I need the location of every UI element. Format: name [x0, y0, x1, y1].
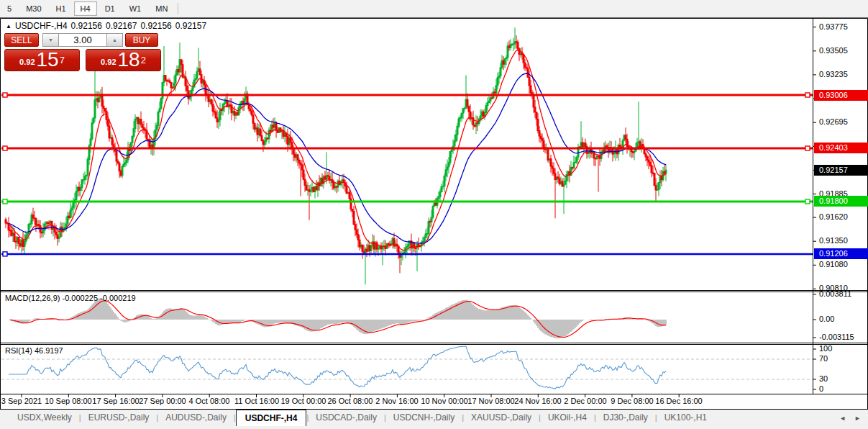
price-badge-0.92403: 0.92403	[814, 143, 868, 153]
price-tick-label: 0.91080	[819, 260, 848, 268]
timeframe-button-h1[interactable]: H1	[50, 1, 73, 16]
rsi-axis-label: 30	[819, 374, 828, 383]
rsi-indicator-label: RSI(14) 46.9197	[5, 346, 63, 355]
price-tick-label: 0.92695	[819, 117, 848, 126]
tab-scroll-right-icon[interactable]: ►	[854, 415, 861, 422]
rsi-line	[9, 346, 666, 389]
volume-increase-button[interactable]: ▲	[106, 33, 123, 47]
bid-pips: 15	[37, 50, 59, 69]
ohlc-open: 0.92156	[71, 21, 102, 31]
macd-axis-label: -0.003115	[819, 333, 854, 341]
line-handle[interactable]	[805, 146, 810, 150]
bid-quote-button[interactable]: 0.92 15 7	[4, 49, 80, 71]
buy-button[interactable]: BUY	[125, 33, 158, 47]
chart-tab-bar: USDX,Weekly|EURUSD-,Daily|AUDUSD-,Daily|…	[0, 410, 868, 429]
line-handle[interactable]	[805, 199, 810, 204]
bid-prefix: 0.92	[19, 55, 35, 69]
line-handle[interactable]	[3, 199, 7, 204]
price-badge-0.92157: 0.92157	[814, 165, 868, 176]
ohlc-low: 0.92156	[140, 21, 171, 31]
ask-pips: 18	[118, 50, 140, 69]
ohlc-close: 0.92157	[175, 21, 206, 31]
price-badge-0.93006: 0.93006	[814, 90, 868, 101]
macd-indicator-label: MACD(12,26,9) -0.000225 -0.000219	[5, 294, 136, 302]
timeframe-toolbar: 5M30H1H4D1W1MN	[0, 0, 868, 18]
chart-tab-usdcnh[interactable]: USDCNH-,Daily	[386, 411, 462, 424]
timeframe-button-mn[interactable]: MN	[149, 1, 174, 16]
chart-tab-usdchf[interactable]: USDCHF-,H4	[236, 410, 307, 426]
chart-title: ▲ USDCHF-,H4 0.92156 0.92167 0.92156 0.9…	[6, 21, 206, 31]
price-badge-0.91206: 0.91206	[814, 248, 868, 259]
chart-tab-dj30[interactable]: DJ30-,Daily	[596, 411, 655, 424]
chart-tab-ukoil[interactable]: UKOil-,H4	[541, 411, 594, 424]
ma-slow-line	[9, 73, 666, 243]
timeframe-button-m30[interactable]: M30	[19, 1, 47, 16]
macd-axis-label: 0.003811	[819, 289, 851, 298]
line-handle[interactable]	[3, 146, 7, 150]
ma-fast-line	[9, 50, 666, 250]
date-label: 16 Dec 16:00	[644, 397, 713, 405]
timeframe-button-h4[interactable]: H4	[74, 1, 97, 16]
rsi-axis-label: 100	[819, 344, 832, 353]
ask-quote-button[interactable]: 0.92 18 2	[86, 49, 161, 71]
chart-tab-eurusd[interactable]: EURUSD-,Daily	[81, 411, 157, 424]
price-tick-label: 0.93775	[819, 22, 848, 31]
price-tick-label: 0.91350	[819, 236, 848, 245]
one-click-trading-panel: SELL ▼ ▲ BUY 0.92 15 7 0.92 18 2	[4, 33, 161, 71]
price-badge-0.91800: 0.91800	[814, 196, 868, 207]
macd-histogram	[9, 298, 666, 338]
macd-axis-label: 0.00	[819, 315, 834, 323]
tab-scroll-left-icon[interactable]: ◄	[839, 415, 846, 422]
price-tick-label: 0.93505	[819, 46, 848, 55]
rsi-axis-label: 0	[819, 384, 823, 393]
line-handle[interactable]	[805, 93, 810, 97]
chart-tab-usdcad[interactable]: USDCAD-,Daily	[309, 411, 384, 424]
bid-point: 7	[60, 50, 65, 71]
line-handle[interactable]	[3, 252, 7, 256]
collapse-panel-icon[interactable]: ▲	[6, 23, 12, 30]
ask-prefix: 0.92	[101, 55, 116, 69]
chart-tab-xauusd[interactable]: XAUUSD-,Daily	[464, 411, 539, 424]
symbol-period-label: USDCHF-,H4	[15, 21, 68, 31]
ask-point: 2	[141, 50, 146, 71]
price-tick-label: 0.93235	[819, 70, 848, 78]
toolbar-separator	[178, 3, 178, 14]
volume-input[interactable]	[59, 33, 106, 47]
timeframe-button-w1[interactable]: W1	[123, 1, 148, 16]
rsi-axis-label: 70	[819, 354, 828, 363]
volume-decrease-button[interactable]: ▼	[42, 33, 59, 47]
price-tick-label: 0.91620	[819, 212, 848, 221]
timeframe-button-d1[interactable]: D1	[99, 1, 122, 16]
line-handle[interactable]	[3, 93, 7, 97]
chart-tab-audusd[interactable]: AUDUSD-,Daily	[158, 411, 234, 424]
chart-tab-uk100[interactable]: UK100-,H1	[657, 411, 714, 424]
sell-button[interactable]: SELL	[4, 33, 39, 47]
ohlc-high: 0.92167	[106, 21, 137, 31]
timeframe-button-5[interactable]: 5	[1, 1, 18, 16]
chart-tab-usdx[interactable]: USDX,Weekly	[10, 411, 79, 424]
